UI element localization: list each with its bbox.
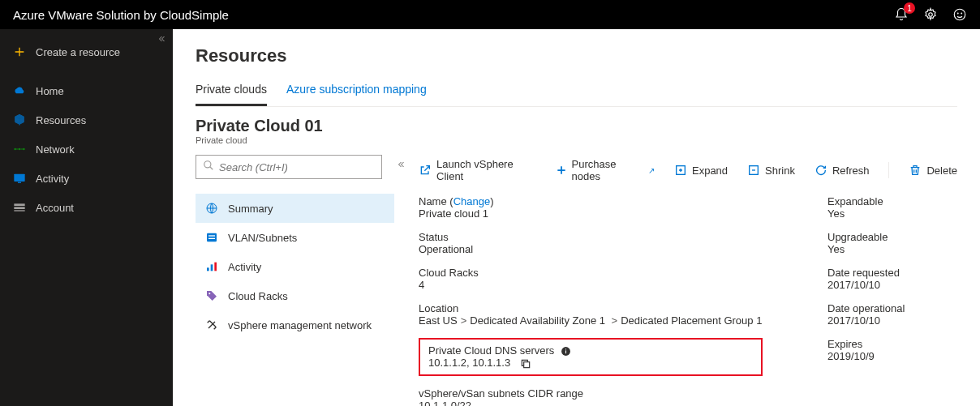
svg-point-12 [204,161,211,168]
plus-icon [13,45,26,58]
svg-point-3 [961,13,962,14]
details: Name (Change) Private cloud 1 Status Ope… [419,195,957,406]
svg-rect-15 [208,235,215,236]
sidebar-item-label: Resources [36,114,86,126]
copy-icon[interactable] [520,358,531,370]
svg-rect-16 [208,238,215,239]
svg-rect-24 [565,350,566,353]
sidebar-item-label: Home [36,85,64,97]
expandable-label: Expandable [827,195,957,207]
refresh-icon [815,164,827,177]
svg-rect-17 [207,267,209,271]
expand-button[interactable]: Expand [674,164,728,177]
sidebar-collapse-icon[interactable] [157,34,166,46]
sidebar-item-resources[interactable]: Resources [0,105,173,135]
dns-label: Private Cloud DNS servers [428,344,753,357]
feedback-icon[interactable] [952,7,967,22]
operational-value: 2017/10/10 [827,314,957,327]
change-link[interactable]: Change [453,195,491,207]
search-input[interactable] [219,161,375,173]
nav-summary[interactable]: Summary [196,194,394,223]
trash-icon [909,164,922,177]
sidebar-item-label: Account [36,202,74,214]
sidebar-item-account[interactable]: Account [0,193,173,222]
svg-rect-9 [14,203,24,206]
svg-rect-7 [14,174,24,182]
sidebar-item-label: Network [36,143,75,156]
location-label: Location [419,302,763,314]
svg-point-6 [23,148,25,151]
info-icon[interactable] [561,346,571,357]
vlan-icon [205,231,218,244]
resource-subtitle: Private cloud [196,135,957,145]
sidebar-item-label: Activity [36,173,69,185]
requested-value: 2017/10/10 [827,279,957,291]
svg-point-25 [565,348,566,349]
expandable-value: Yes [827,207,957,220]
notification-icon[interactable]: 1 [894,7,909,22]
upgradeable-value: Yes [827,243,957,255]
search-box[interactable] [196,155,382,179]
refresh-button[interactable]: Refresh [815,164,870,177]
topbar: Azure VMware Solution by CloudSimple 1 [0,0,980,29]
cidr-label: vSphere/vSan subnets CIDR range [419,387,763,400]
nav-label: VLAN/Subnets [228,232,297,244]
sidebar-create-resource[interactable]: Create a resource [0,37,173,66]
nav-label: Activity [228,261,261,273]
operational-label: Date operational [827,302,957,314]
svg-point-2 [957,13,958,14]
network-icon [13,143,26,156]
external-small-icon: ↗ [648,166,655,175]
search-icon [203,160,214,174]
topbar-title: Azure VMware Solution by CloudSimple [13,8,894,22]
sidebar-item-home[interactable]: Home [0,76,173,105]
launch-button[interactable]: Launch vSphere Client [419,158,536,182]
requested-label: Date requested [827,267,957,279]
svg-point-5 [19,148,21,151]
dns-value: 10.1.1.2, 10.1.1.3 [428,357,753,370]
left-collapse-icon[interactable] [396,160,406,172]
purchase-button[interactable]: Purchase nodes↗ [556,158,655,182]
nav-label: Cloud Racks [228,290,288,302]
notification-badge: 1 [904,2,915,14]
cidr-value: 10.1.1.0/22 [419,400,763,406]
resource-title: Private Cloud 01 [196,117,957,135]
svg-rect-14 [207,233,217,242]
svg-rect-11 [14,210,24,211]
svg-rect-18 [211,264,213,271]
sidebar-item-activity[interactable]: Activity [0,164,173,193]
tab-subscription-mapping[interactable]: Azure subscription mapping [286,78,427,106]
right-panel: Launch vSphere Client Purchase nodes↗ Ex… [402,155,957,406]
upgradeable-label: Upgradeable [827,231,957,243]
svg-point-1 [954,9,965,20]
tabs: Private clouds Azure subscription mappin… [196,78,957,107]
nav-vlan[interactable]: VLAN/Subnets [196,223,394,252]
delete-button[interactable]: Delete [909,164,957,177]
activity-icon [205,260,218,273]
page-title: Resources [196,45,957,66]
cube-icon [13,113,26,126]
status-label: Status [419,231,763,243]
sidebar-item-label: Create a resource [36,46,120,58]
svg-rect-10 [14,207,24,209]
cloud-icon [13,84,26,97]
left-panel: Summary VLAN/Subnets Activity [196,155,402,406]
sidebar-item-network[interactable]: Network [0,135,173,164]
shrink-button[interactable]: Shrink [747,164,795,177]
svg-point-20 [208,293,210,294]
tab-private-clouds[interactable]: Private clouds [196,78,267,106]
gear-icon[interactable] [923,7,938,22]
tag-icon [205,289,218,302]
expires-value: 2019/10/9 [827,350,957,362]
racks-value: 4 [419,279,763,291]
main: Resources Private clouds Azure subscript… [173,29,980,406]
status-value: Operational [419,243,763,255]
wrench-icon [205,318,218,331]
plus-icon [556,165,567,176]
name-label: Name (Change) [419,195,763,207]
nav-cloud-racks[interactable]: Cloud Racks [196,281,394,310]
nav-label: Summary [228,203,273,215]
nav-activity[interactable]: Activity [196,252,394,281]
nav-vsphere[interactable]: vSphere management network [196,310,394,340]
separator [888,162,889,178]
